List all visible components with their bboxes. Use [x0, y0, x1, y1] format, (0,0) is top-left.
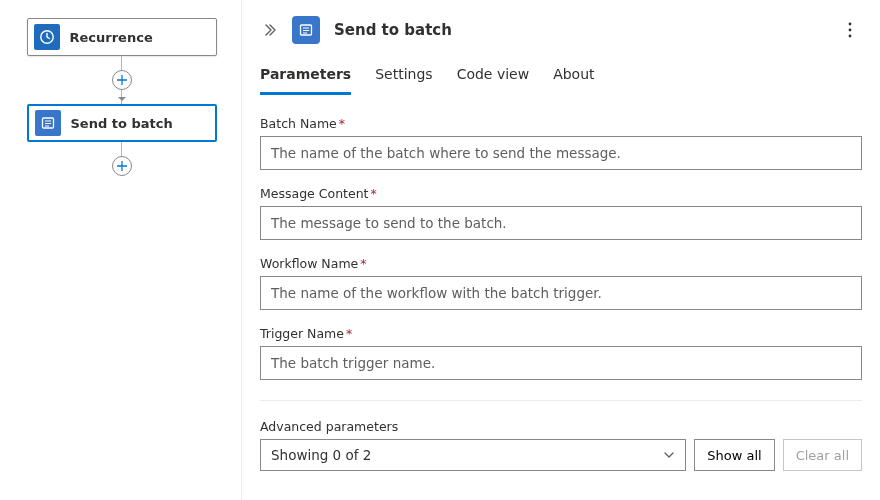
field-trigger-name: Trigger Name* — [260, 326, 862, 380]
more-actions-button[interactable] — [838, 18, 862, 42]
add-step-button[interactable] — [112, 70, 132, 90]
plus-icon — [117, 161, 127, 171]
field-workflow-name: Workflow Name* — [260, 256, 862, 310]
flow-node-label: Recurrence — [70, 30, 153, 45]
plus-icon — [117, 75, 127, 85]
field-batch-name: Batch Name* — [260, 116, 862, 170]
collapse-panel-button[interactable] — [260, 20, 280, 40]
batch-icon — [35, 110, 61, 136]
trigger-name-input[interactable] — [260, 346, 862, 380]
required-marker: * — [346, 326, 352, 341]
field-label: Workflow Name* — [260, 256, 862, 271]
panel-header: Send to batch — [242, 0, 880, 44]
label-text: Trigger Name — [260, 326, 344, 341]
parameters-form: Batch Name* Message Content* Workflow Na… — [242, 94, 880, 471]
required-marker: * — [360, 256, 366, 271]
field-label: Batch Name* — [260, 116, 862, 131]
panel-title: Send to batch — [334, 21, 452, 39]
field-label: Message Content* — [260, 186, 862, 201]
label-text: Workflow Name — [260, 256, 358, 271]
tab-settings[interactable]: Settings — [375, 66, 432, 94]
section-divider — [260, 400, 862, 401]
batch-icon — [292, 16, 320, 44]
flow-connector-end — [112, 142, 132, 176]
advanced-parameters-dropdown[interactable]: Showing 0 of 2 — [260, 439, 686, 471]
flow-node-send-to-batch[interactable]: Send to batch — [27, 104, 217, 142]
workflow-name-input[interactable] — [260, 276, 862, 310]
panel-tabs: Parameters Settings Code view About — [242, 44, 880, 94]
show-all-button[interactable]: Show all — [694, 439, 774, 471]
chevron-down-icon — [663, 449, 675, 461]
tab-about[interactable]: About — [553, 66, 594, 94]
clear-all-button[interactable]: Clear all — [783, 439, 862, 471]
svg-point-5 — [849, 35, 852, 38]
required-marker: * — [370, 186, 376, 201]
add-step-button[interactable] — [112, 156, 132, 176]
tab-parameters[interactable]: Parameters — [260, 66, 351, 95]
more-vertical-icon — [848, 22, 852, 38]
dropdown-value: Showing 0 of 2 — [271, 447, 371, 463]
label-text: Batch Name — [260, 116, 337, 131]
label-text: Message Content — [260, 186, 368, 201]
flow-node-label: Send to batch — [71, 116, 173, 131]
advanced-parameters-label: Advanced parameters — [260, 419, 862, 434]
flow-canvas: Recurrence Send to batch — [0, 0, 242, 500]
message-content-input[interactable] — [260, 206, 862, 240]
chevron-double-right-icon — [263, 23, 277, 37]
tab-codeview[interactable]: Code view — [457, 66, 530, 94]
details-panel: Send to batch Parameters Settings Code v… — [242, 0, 880, 500]
svg-point-4 — [849, 29, 852, 32]
flow-connector — [112, 56, 132, 104]
field-label: Trigger Name* — [260, 326, 862, 341]
field-message-content: Message Content* — [260, 186, 862, 240]
svg-point-3 — [849, 23, 852, 26]
schedule-icon — [34, 24, 60, 50]
flow-node-recurrence[interactable]: Recurrence — [27, 18, 217, 56]
required-marker: * — [339, 116, 345, 131]
batch-name-input[interactable] — [260, 136, 862, 170]
advanced-parameters-row: Showing 0 of 2 Show all Clear all — [260, 439, 862, 471]
